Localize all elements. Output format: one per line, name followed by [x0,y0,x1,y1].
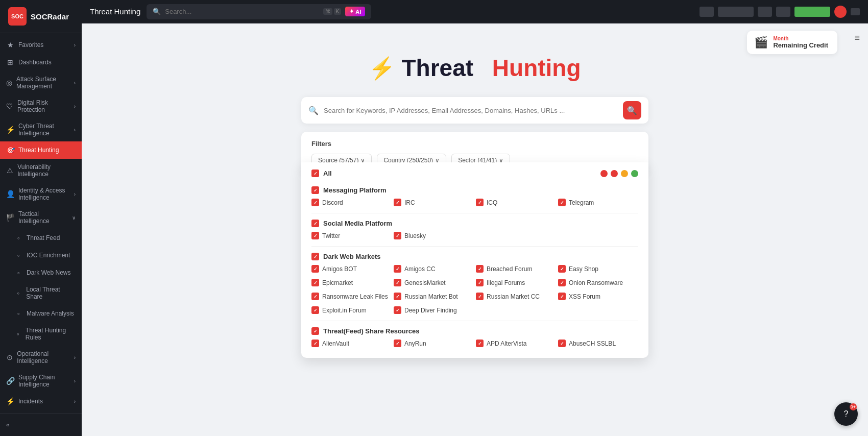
check-item-genesismarket[interactable]: ✓ GenesisMarket [394,277,474,288]
sidebar-item-digital-risk[interactable]: 🛡 Digital Risk Protection › [0,94,82,118]
amigos-cc-checkbox[interactable]: ✓ [394,265,401,273]
main-search-input[interactable] [324,107,618,114]
check-item-discord[interactable]: ✓ Discord [311,197,392,208]
check-item-anyrun[interactable]: ✓ AnyRun [394,338,474,349]
sidebar-item-reports[interactable]: 📄 Reports [0,410,82,413]
remaining-credit-card: 🎬 Month Remaining Credit [747,31,837,54]
illegal-forums-checkbox[interactable]: ✓ [476,279,484,286]
icq-checkbox[interactable]: ✓ [476,199,484,206]
sidebar-item-cyber-threat[interactable]: ⚡ Cyber Threat Intelligence › [0,118,82,141]
topbar-icon-3[interactable] [758,7,772,17]
dark-web-markets-checkbox[interactable]: ✓ [311,253,319,260]
genesismarket-checkbox[interactable]: ✓ [394,279,401,286]
sidebar-item-threat-hunting-rules[interactable]: ◦ Threat Hunting Rules [0,322,82,346]
amigos-cc-label: Amigos CC [404,265,436,273]
sidebar-item-vuln-intel[interactable]: ⚠ Vulnerability Intelligence [0,159,82,182]
chevron-right-icon: › [74,104,76,109]
sidebar-item-threat-feed[interactable]: ◦ Threat Feed [0,229,82,247]
check-item-russian-market-bot[interactable]: ✓ Russian Market Bot [394,291,474,302]
check-item-apd-altervista[interactable]: ✓ APD AlterVista [476,338,556,349]
check-item-alienvault[interactable]: ✓ AlienVault [311,338,392,349]
check-item-bluesky[interactable]: ✓ Bluesky [394,230,474,241]
digital-risk-icon: 🛡 [6,102,13,110]
sidebar-item-tactical-intel[interactable]: 🏴 Tactical Intelligence ∨ [0,206,82,229]
topbar-search-input[interactable] [165,8,319,15]
epicmarket-checkbox[interactable]: ✓ [311,279,319,286]
sidebar-item-ioc-enrichment[interactable]: ◦ IOC Enrichment [0,247,82,264]
help-button[interactable]: ? 9+ [834,402,858,426]
check-item-deep-diver-finding[interactable]: ✓ Deep Diver Finding [394,305,474,316]
sidebar-item-operational-intel[interactable]: ⊙ Operational Intelligence › [0,346,82,369]
social-media-checkbox[interactable]: ✓ [311,220,319,227]
sidebar-item-threat-hunting[interactable]: 🎯 Threat Hunting [0,141,82,159]
check-item-xss-forum[interactable]: ✓ XSS Forum [558,291,638,302]
check-item-onion-ransomware[interactable]: ✓ Onion Ransomware [558,277,638,288]
irc-checkbox[interactable]: ✓ [394,199,401,206]
exploit-in-forum-checkbox[interactable]: ✓ [311,306,319,314]
check-item-russian-market-cc[interactable]: ✓ Russian Market CC [476,291,556,302]
amigos-bot-label: Amigos BOT [322,265,357,273]
sidebar-collapse-btn[interactable]: « [6,419,76,431]
sidebar-item-attack-surface[interactable]: ◎ Attack Surface Management › [0,71,82,94]
onion-ransomware-checkbox[interactable]: ✓ [558,279,566,286]
deep-diver-finding-checkbox[interactable]: ✓ [394,306,401,314]
russian-market-cc-checkbox[interactable]: ✓ [476,293,484,300]
check-item-telegram[interactable]: ✓ Telegram [558,197,638,208]
avatar[interactable] [834,6,847,18]
search-submit-button[interactable]: 🔍 [623,101,641,119]
abusech-sslbl-checkbox[interactable]: ✓ [558,340,566,347]
check-item-breached-forum[interactable]: ✓ Breached Forum [476,263,556,274]
twitter-checkbox[interactable]: ✓ [311,232,319,239]
sidebar-item-malware-analysis[interactable]: ◦ Malware Analysis [0,305,82,322]
sidebar-item-label: Attack Surface Management [16,76,70,90]
alienvault-checkbox[interactable]: ✓ [311,340,319,347]
threat-feed-checkbox[interactable]: ✓ [311,327,319,335]
topbar-icon-1[interactable] [700,7,714,17]
sidebar-item-dark-web-news[interactable]: ◦ Dark Web News [0,264,82,281]
apd-altervista-checkbox[interactable]: ✓ [476,340,484,347]
amigos-bot-checkbox[interactable]: ✓ [311,265,319,273]
topbar-search[interactable]: 🔍 ⌘ K ✦ AI [147,4,371,19]
check-item-irc[interactable]: ✓ IRC [394,197,474,208]
social-media-items: ✓ Twitter ✓ Bluesky [311,230,638,241]
russian-market-bot-checkbox[interactable]: ✓ [394,293,401,300]
all-checkbox[interactable]: ✓ [311,169,319,177]
check-item-abusech-sslbl[interactable]: ✓ AbuseCH SSLBL [558,338,638,349]
ransomware-leak-files-checkbox[interactable]: ✓ [311,293,319,300]
page-title: Threat Hunting [90,7,140,16]
main-search-bar[interactable]: 🔍 🔍 [301,97,648,124]
sidebar-item-dashboards[interactable]: ⊞ Dashboards [0,54,82,71]
all-filter-option[interactable]: ✓ All [311,169,332,177]
topbar-small-icon[interactable] [851,8,860,15]
topbar-icon-4[interactable] [776,7,790,17]
check-item-easy-shop[interactable]: ✓ Easy Shop [558,263,638,274]
topbar-icon-5[interactable] [794,7,830,17]
breached-forum-checkbox[interactable]: ✓ [476,265,484,273]
dark-web-markets-header: ✓ Dark Web Markets [311,249,638,263]
check-item-epicmarket[interactable]: ✓ Epicmarket [311,277,392,288]
sidebar-item-supply-chain[interactable]: 🔗 Supply Chain Intelligence › [0,369,82,393]
anyrun-checkbox[interactable]: ✓ [394,340,401,347]
xss-forum-checkbox[interactable]: ✓ [558,293,566,300]
menu-dots-button[interactable]: ≡ [854,33,860,43]
easy-shop-checkbox[interactable]: ✓ [558,265,566,273]
sidebar-item-favorites[interactable]: ★ Favorites › [0,36,82,54]
check-item-amigos-cc[interactable]: ✓ Amigos CC [394,263,474,274]
check-item-ransomware-leak-files[interactable]: ✓ Ransomware Leak Files [311,291,392,302]
sidebar-item-label: Threat Feed [27,234,60,241]
topbar-icon-2[interactable] [718,7,754,17]
ai-button[interactable]: ✦ AI [345,7,365,16]
sidebar-item-identity-access[interactable]: 👤 Identity & Access Intelligence › [0,182,82,206]
sidebar-item-incidents[interactable]: ⚡ Incidents › [0,393,82,410]
check-item-amigos-bot[interactable]: ✓ Amigos BOT [311,263,392,274]
filters-label: Filters [311,140,638,148]
discord-checkbox[interactable]: ✓ [311,199,319,206]
check-item-exploit-in-forum[interactable]: ✓ Exploit.in Forum [311,305,392,316]
telegram-checkbox[interactable]: ✓ [558,199,566,206]
messaging-platform-checkbox[interactable]: ✓ [311,186,319,194]
check-item-icq[interactable]: ✓ ICQ [476,197,556,208]
check-item-illegal-forums[interactable]: ✓ Illegal Forums [476,277,556,288]
bluesky-checkbox[interactable]: ✓ [394,232,401,239]
sidebar-item-local-threat-share[interactable]: ◦ Local Threat Share [0,281,82,305]
check-item-twitter[interactable]: ✓ Twitter [311,230,392,241]
